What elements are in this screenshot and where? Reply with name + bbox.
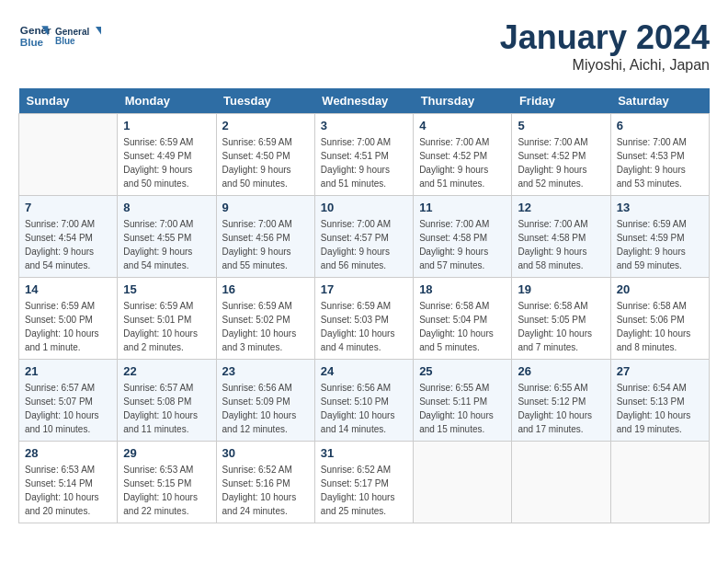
calendar-cell: 6Sunrise: 7:00 AMSunset: 4:53 PMDaylight…	[610, 114, 709, 196]
day-info: Sunrise: 7:00 AMSunset: 4:52 PMDaylight:…	[419, 135, 506, 190]
day-number: 10	[321, 201, 407, 214]
calendar-cell: 4Sunrise: 7:00 AMSunset: 4:52 PMDaylight…	[414, 114, 512, 196]
calendar-cell: 7Sunrise: 7:00 AMSunset: 4:54 PMDaylight…	[19, 196, 118, 278]
day-info: Sunrise: 7:00 AMSunset: 4:54 PMDaylight:…	[25, 217, 111, 272]
calendar-cell: 13Sunrise: 6:59 AMSunset: 4:59 PMDayligh…	[610, 196, 709, 278]
calendar-cell: 3Sunrise: 7:00 AMSunset: 4:51 PMDaylight…	[314, 114, 413, 196]
calendar-cell: 5Sunrise: 7:00 AMSunset: 4:52 PMDaylight…	[512, 114, 610, 196]
day-info: Sunrise: 6:55 AMSunset: 5:11 PMDaylight:…	[419, 381, 506, 436]
day-info: Sunrise: 6:58 AMSunset: 5:04 PMDaylight:…	[419, 299, 506, 354]
day-number: 24	[321, 364, 407, 378]
calendar-cell: 9Sunrise: 7:00 AMSunset: 4:56 PMDaylight…	[216, 196, 314, 278]
day-number: 7	[25, 201, 111, 214]
svg-text:Blue: Blue	[20, 36, 44, 48]
day-info: Sunrise: 7:00 AMSunset: 4:58 PMDaylight:…	[518, 217, 604, 272]
calendar-cell: 26Sunrise: 6:55 AMSunset: 5:12 PMDayligh…	[512, 360, 610, 442]
day-info: Sunrise: 6:59 AMSunset: 4:59 PMDaylight:…	[617, 217, 703, 272]
week-row-1: 1Sunrise: 6:59 AMSunset: 4:49 PMDaylight…	[19, 114, 710, 196]
weekday-header-monday: Monday	[118, 88, 216, 114]
day-number: 30	[222, 446, 309, 460]
day-info: Sunrise: 6:52 AMSunset: 5:17 PMDaylight:…	[321, 463, 407, 518]
day-info: Sunrise: 6:59 AMSunset: 5:02 PMDaylight:…	[222, 299, 309, 354]
weekday-header-thursday: Thursday	[414, 88, 512, 114]
calendar-cell: 30Sunrise: 6:52 AMSunset: 5:16 PMDayligh…	[216, 442, 314, 523]
day-info: Sunrise: 7:00 AMSunset: 4:58 PMDaylight:…	[419, 217, 506, 272]
calendar-cell: 8Sunrise: 7:00 AMSunset: 4:55 PMDaylight…	[118, 196, 216, 278]
weekday-header-row: SundayMondayTuesdayWednesdayThursdayFrid…	[19, 88, 710, 114]
day-number: 3	[321, 119, 407, 132]
day-info: Sunrise: 7:00 AMSunset: 4:53 PMDaylight:…	[617, 135, 703, 190]
weekday-header-tuesday: Tuesday	[216, 88, 314, 114]
logo-graphic: General Blue	[55, 18, 101, 53]
day-info: Sunrise: 6:57 AMSunset: 5:07 PMDaylight:…	[25, 381, 111, 436]
week-row-3: 14Sunrise: 6:59 AMSunset: 5:00 PMDayligh…	[19, 278, 710, 360]
day-info: Sunrise: 6:53 AMSunset: 5:14 PMDaylight:…	[25, 463, 111, 518]
day-number: 25	[419, 364, 506, 378]
day-number: 18	[419, 282, 506, 296]
page-header: General Blue General Blue January 2024 M…	[18, 18, 710, 74]
weekday-header-wednesday: Wednesday	[314, 88, 413, 114]
title-block: January 2024 Miyoshi, Aichi, Japan	[500, 18, 710, 74]
weekday-header-friday: Friday	[512, 88, 610, 114]
day-number: 15	[123, 282, 210, 296]
day-number: 9	[222, 201, 309, 214]
calendar-cell	[414, 442, 512, 523]
calendar-cell: 28Sunrise: 6:53 AMSunset: 5:14 PMDayligh…	[19, 442, 118, 523]
day-info: Sunrise: 6:59 AMSunset: 5:03 PMDaylight:…	[321, 299, 407, 354]
day-number: 2	[222, 119, 309, 132]
day-info: Sunrise: 7:00 AMSunset: 4:56 PMDaylight:…	[222, 217, 309, 272]
calendar-cell: 25Sunrise: 6:55 AMSunset: 5:11 PMDayligh…	[414, 360, 512, 442]
logo-icon: General Blue	[18, 19, 51, 52]
day-info: Sunrise: 6:56 AMSunset: 5:09 PMDaylight:…	[222, 381, 309, 436]
day-number: 1	[123, 119, 210, 132]
calendar-cell: 19Sunrise: 6:58 AMSunset: 5:05 PMDayligh…	[512, 278, 610, 360]
day-info: Sunrise: 6:53 AMSunset: 5:15 PMDaylight:…	[123, 463, 210, 518]
day-number: 22	[123, 364, 210, 378]
day-number: 26	[518, 364, 604, 378]
calendar-cell: 20Sunrise: 6:58 AMSunset: 5:06 PMDayligh…	[610, 278, 709, 360]
day-number: 5	[518, 119, 604, 132]
svg-text:Blue: Blue	[55, 36, 75, 46]
calendar-table: SundayMondayTuesdayWednesdayThursdayFrid…	[18, 88, 710, 523]
day-info: Sunrise: 6:58 AMSunset: 5:06 PMDaylight:…	[617, 299, 703, 354]
day-number: 12	[518, 201, 604, 214]
day-number: 8	[123, 201, 210, 214]
day-number: 29	[123, 446, 210, 460]
week-row-5: 28Sunrise: 6:53 AMSunset: 5:14 PMDayligh…	[19, 442, 710, 523]
month-title: January 2024	[500, 18, 710, 57]
day-number: 6	[617, 119, 703, 132]
day-number: 31	[321, 446, 407, 460]
calendar-cell: 1Sunrise: 6:59 AMSunset: 4:49 PMDaylight…	[118, 114, 216, 196]
calendar-cell: 23Sunrise: 6:56 AMSunset: 5:09 PMDayligh…	[216, 360, 314, 442]
day-info: Sunrise: 6:59 AMSunset: 5:00 PMDaylight:…	[25, 299, 111, 354]
day-number: 17	[321, 282, 407, 296]
svg-marker-5	[96, 27, 101, 35]
calendar-cell: 15Sunrise: 6:59 AMSunset: 5:01 PMDayligh…	[118, 278, 216, 360]
calendar-cell: 29Sunrise: 6:53 AMSunset: 5:15 PMDayligh…	[118, 442, 216, 523]
day-info: Sunrise: 6:56 AMSunset: 5:10 PMDaylight:…	[321, 381, 407, 436]
day-info: Sunrise: 7:00 AMSunset: 4:57 PMDaylight:…	[321, 217, 407, 272]
calendar-cell: 31Sunrise: 6:52 AMSunset: 5:17 PMDayligh…	[314, 442, 413, 523]
calendar-cell: 14Sunrise: 6:59 AMSunset: 5:00 PMDayligh…	[19, 278, 118, 360]
location: Miyoshi, Aichi, Japan	[500, 57, 710, 74]
day-number: 28	[25, 446, 111, 460]
weekday-header-sunday: Sunday	[19, 88, 118, 114]
week-row-4: 21Sunrise: 6:57 AMSunset: 5:07 PMDayligh…	[19, 360, 710, 442]
day-number: 11	[419, 201, 506, 214]
calendar-cell: 17Sunrise: 6:59 AMSunset: 5:03 PMDayligh…	[314, 278, 413, 360]
day-number: 16	[222, 282, 309, 296]
calendar-cell	[512, 442, 610, 523]
calendar-cell	[610, 442, 709, 523]
calendar-cell	[19, 114, 118, 196]
day-number: 27	[617, 364, 703, 378]
day-number: 21	[25, 364, 111, 378]
day-info: Sunrise: 7:00 AMSunset: 4:52 PMDaylight:…	[518, 135, 604, 190]
day-info: Sunrise: 7:00 AMSunset: 4:51 PMDaylight:…	[321, 135, 407, 190]
day-number: 13	[617, 201, 703, 214]
calendar-cell: 27Sunrise: 6:54 AMSunset: 5:13 PMDayligh…	[610, 360, 709, 442]
calendar-cell: 10Sunrise: 7:00 AMSunset: 4:57 PMDayligh…	[314, 196, 413, 278]
day-number: 19	[518, 282, 604, 296]
day-info: Sunrise: 6:57 AMSunset: 5:08 PMDaylight:…	[123, 381, 210, 436]
day-info: Sunrise: 6:58 AMSunset: 5:05 PMDaylight:…	[518, 299, 604, 354]
calendar-cell: 2Sunrise: 6:59 AMSunset: 4:50 PMDaylight…	[216, 114, 314, 196]
